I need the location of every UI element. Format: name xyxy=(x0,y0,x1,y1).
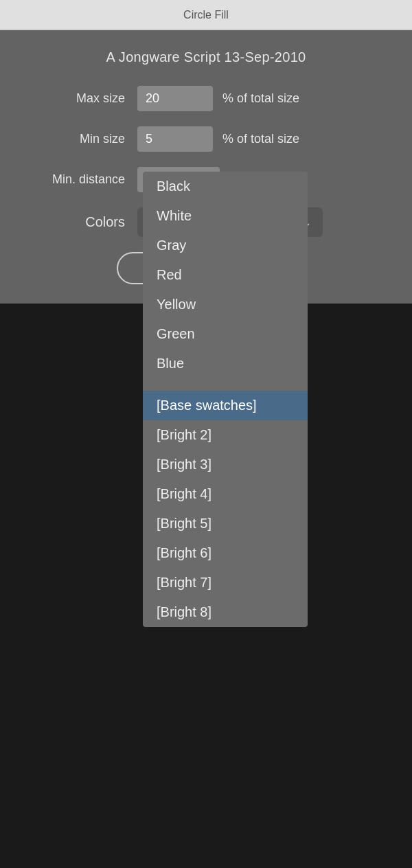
dropdown-item[interactable]: Gray xyxy=(143,231,308,260)
colors-label: Colors xyxy=(27,214,137,230)
dropdown-swatch-item[interactable]: [Base swatches] xyxy=(143,391,308,420)
min-size-label: Min size xyxy=(27,132,137,146)
dropdown-swatch-item[interactable]: [Bright 3] xyxy=(143,450,308,479)
window-title: Circle Fill xyxy=(183,9,229,21)
dropdown-item[interactable]: Yellow xyxy=(143,290,308,319)
dropdown-swatch-item[interactable]: [Bright 4] xyxy=(143,479,308,509)
max-size-input[interactable] xyxy=(137,86,213,111)
dropdown-item[interactable]: Blue xyxy=(143,349,308,378)
dropdown-item[interactable]: Red xyxy=(143,260,308,290)
max-size-label: Max size xyxy=(27,91,137,106)
max-size-row: Max size % of total size xyxy=(27,86,385,111)
colors-dropdown-menu: BlackWhiteGrayRedYellowGreenBlue[Base sw… xyxy=(143,172,308,627)
script-info: A Jongware Script 13-Sep-2010 xyxy=(27,49,385,65)
dropdown-swatch-item[interactable]: [Bright 6] xyxy=(143,538,308,568)
dropdown-swatch-item[interactable]: [Bright 7] xyxy=(143,568,308,597)
max-size-unit: % of total size xyxy=(222,91,299,106)
min-size-unit: % of total size xyxy=(222,132,299,146)
dropdown-swatch-item[interactable]: [Bright 2] xyxy=(143,420,308,450)
min-size-input[interactable] xyxy=(137,126,213,152)
dropdown-item[interactable]: White xyxy=(143,201,308,231)
dropdown-item[interactable]: Green xyxy=(143,319,308,349)
min-size-row: Min size % of total size xyxy=(27,126,385,152)
dropdown-swatch-item[interactable]: [Bright 8] xyxy=(143,597,308,627)
title-bar: Circle Fill xyxy=(0,0,412,30)
min-distance-label: Min. distance xyxy=(27,172,137,187)
dropdown-swatch-item[interactable]: [Bright 5] xyxy=(143,509,308,538)
dropdown-item[interactable]: Black xyxy=(143,172,308,201)
dropdown-divider xyxy=(143,378,308,391)
